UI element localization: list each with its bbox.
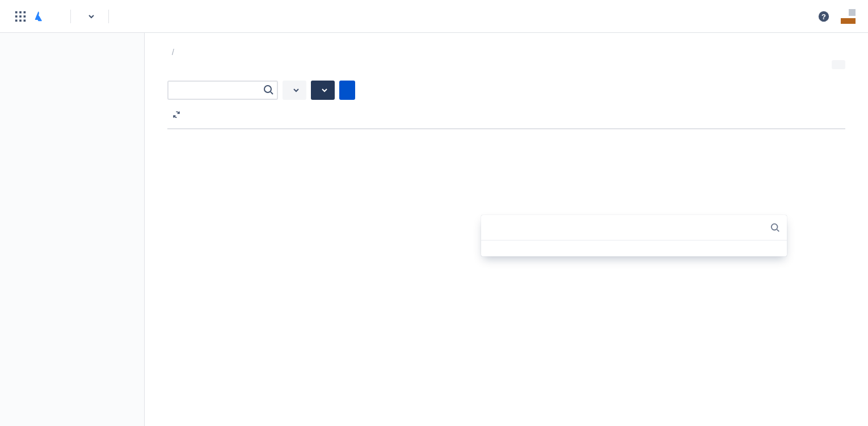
svg-text:?: ?: [821, 12, 826, 20]
activities-filter[interactable]: [311, 81, 335, 100]
search-input[interactable]: [167, 81, 278, 100]
reset-button[interactable]: [360, 81, 371, 100]
dropdown-search-input[interactable]: [488, 220, 770, 235]
svg-rect-2: [24, 11, 26, 13]
app-grid-icon: [14, 10, 27, 23]
svg-rect-6: [15, 19, 18, 22]
svg-rect-4: [19, 15, 22, 18]
export-log-button[interactable]: [832, 60, 845, 69]
svg-point-11: [264, 86, 271, 92]
svg-line-12: [271, 92, 273, 94]
org-selector[interactable]: [80, 13, 99, 20]
atlassian-logo[interactable]: [33, 11, 52, 22]
divider: [108, 10, 109, 23]
svg-rect-5: [24, 15, 26, 18]
svg-line-14: [777, 230, 779, 232]
refresh-icon[interactable]: [172, 110, 181, 119]
svg-rect-8: [24, 19, 26, 22]
search-icon: [770, 222, 780, 233]
help-button[interactable]: ?: [817, 10, 831, 23]
search-icon: [263, 84, 274, 97]
atlassian-icon: [33, 11, 44, 22]
activities-dropdown: [481, 215, 787, 256]
chevron-down-icon: [293, 87, 300, 94]
app-switcher[interactable]: [12, 9, 28, 24]
svg-rect-7: [19, 19, 22, 22]
svg-rect-0: [15, 11, 18, 13]
apply-button[interactable]: [339, 81, 355, 100]
date-filter[interactable]: [283, 81, 306, 100]
breadcrumb: /: [167, 48, 845, 57]
svg-rect-3: [15, 15, 18, 18]
avatar[interactable]: [841, 9, 856, 24]
divider: [70, 10, 71, 23]
help-icon: ?: [818, 10, 830, 23]
chevron-down-icon: [88, 13, 95, 20]
svg-point-13: [772, 224, 778, 230]
svg-rect-1: [19, 11, 22, 13]
chevron-down-icon: [321, 87, 328, 94]
